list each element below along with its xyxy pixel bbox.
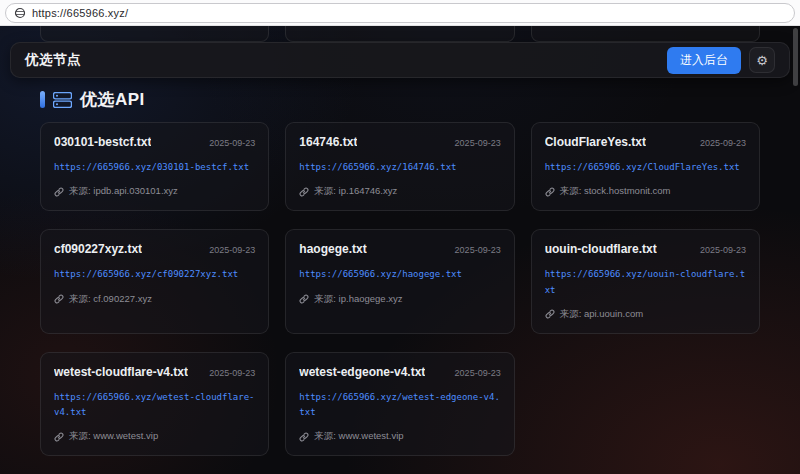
source-row: 来源: www.wetest.vip	[299, 430, 500, 443]
card-header: haogege.txt 2025-09-23	[299, 242, 500, 256]
source-text: 来源: www.wetest.vip	[69, 430, 158, 443]
source-text: 来源: www.wetest.vip	[314, 430, 403, 443]
source-value: ip.haogege.xyz	[339, 293, 403, 304]
source-value: cf.090227.xyz	[93, 293, 152, 304]
card-header: 164746.txt 2025-09-23	[299, 135, 500, 149]
server-stack-icon	[53, 92, 72, 108]
file-date: 2025-09-23	[455, 245, 501, 255]
card-grid: 030101-bestcf.txt 2025-09-23 https://665…	[40, 122, 760, 456]
section-heading: 优选API	[40, 88, 145, 111]
file-name: wetest-edgeone-v4.txt	[299, 365, 425, 379]
accent-bar	[40, 91, 45, 108]
file-url-link[interactable]: https://665966.xyz/uouin-cloudflare.txt	[545, 267, 746, 298]
file-name: 164746.txt	[299, 135, 357, 149]
link-icon	[299, 294, 309, 304]
link-icon	[54, 294, 64, 304]
file-url-link[interactable]: https://665966.xyz/164746.txt	[299, 160, 500, 175]
card-header: wetest-edgeone-v4.txt 2025-09-23	[299, 365, 500, 379]
file-card: uouin-cloudflare.txt 2025-09-23 https://…	[531, 229, 760, 334]
file-date: 2025-09-23	[455, 368, 501, 378]
url-text: https://665966.xyz/	[32, 7, 128, 19]
page-header: 优选节点 进入后台 ⚙	[10, 42, 790, 78]
link-icon	[54, 187, 64, 197]
file-url-link[interactable]: https://665966.xyz/CloudFlareYes.txt	[545, 160, 746, 175]
link-icon	[545, 309, 555, 319]
card-header: uouin-cloudflare.txt 2025-09-23	[545, 242, 746, 256]
url-bar[interactable]: https://665966.xyz/	[5, 3, 795, 23]
file-date: 2025-09-23	[209, 138, 255, 148]
file-url-link[interactable]: https://665966.xyz/wetest-cloudflare-v4.…	[54, 390, 255, 421]
file-card: wetest-cloudflare-v4.txt 2025-09-23 http…	[40, 352, 269, 457]
section-title: 优选API	[80, 88, 145, 111]
file-date: 2025-09-23	[455, 138, 501, 148]
link-icon	[545, 187, 555, 197]
link-icon	[54, 432, 64, 442]
header-actions: 进入后台 ⚙	[667, 47, 775, 74]
source-row: 来源: ipdb.api.030101.xyz	[54, 185, 255, 198]
file-name: cf090227xyz.txt	[54, 242, 142, 256]
source-text: 来源: api.uouin.com	[560, 308, 643, 321]
file-date: 2025-09-23	[700, 138, 746, 148]
cutoff-card	[40, 26, 269, 42]
source-value: ipdb.api.030101.xyz	[93, 185, 178, 196]
file-name: 030101-bestcf.txt	[54, 135, 151, 149]
source-label: 来源:	[314, 293, 338, 304]
source-label: 来源:	[560, 185, 584, 196]
source-label: 来源:	[69, 185, 93, 196]
scrollbar-thumb[interactable]	[793, 28, 798, 86]
cutoff-card-row	[40, 26, 760, 42]
cutoff-card	[531, 26, 760, 42]
card-header: cf090227xyz.txt 2025-09-23	[54, 242, 255, 256]
file-date: 2025-09-23	[209, 245, 255, 255]
card-header: CloudFlareYes.txt 2025-09-23	[545, 135, 746, 149]
browser-chrome: https://665966.xyz/	[0, 0, 800, 26]
source-text: 来源: stock.hostmonit.com	[560, 185, 671, 198]
file-card: cf090227xyz.txt 2025-09-23 https://66596…	[40, 229, 269, 334]
admin-button[interactable]: 进入后台	[667, 47, 741, 74]
file-url-link[interactable]: https://665966.xyz/haogege.txt	[299, 267, 500, 282]
source-value: www.wetest.vip	[93, 430, 158, 441]
page-background: 优选节点 进入后台 ⚙ 优选API 030101-bestcf.txt 2025…	[0, 26, 800, 474]
source-value: www.wetest.vip	[339, 430, 404, 441]
card-header: wetest-cloudflare-v4.txt 2025-09-23	[54, 365, 255, 379]
source-value: ip.164746.xyz	[339, 185, 398, 196]
file-name: CloudFlareYes.txt	[545, 135, 646, 149]
source-value: api.uouin.com	[584, 308, 643, 319]
source-value: stock.hostmonit.com	[584, 185, 671, 196]
file-url-link[interactable]: https://665966.xyz/wetest-edgeone-v4.txt	[299, 390, 500, 421]
source-text: 来源: cf.090227.xyz	[69, 293, 152, 306]
file-card: haogege.txt 2025-09-23 https://665966.xy…	[285, 229, 514, 334]
site-info-icon[interactable]	[14, 7, 26, 19]
file-card: 030101-bestcf.txt 2025-09-23 https://665…	[40, 122, 269, 211]
source-label: 来源:	[69, 293, 93, 304]
source-row: 来源: cf.090227.xyz	[54, 293, 255, 306]
file-name: uouin-cloudflare.txt	[545, 242, 657, 256]
file-name: haogege.txt	[299, 242, 366, 256]
source-row: 来源: ip.164746.xyz	[299, 185, 500, 198]
source-row: 来源: api.uouin.com	[545, 308, 746, 321]
gear-icon: ⚙	[756, 54, 768, 67]
source-text: 来源: ip.haogege.xyz	[314, 293, 402, 306]
file-card: 164746.txt 2025-09-23 https://665966.xyz…	[285, 122, 514, 211]
source-row: 来源: ip.haogege.xyz	[299, 293, 500, 306]
file-card: wetest-edgeone-v4.txt 2025-09-23 https:/…	[285, 352, 514, 457]
page-title: 优选节点	[25, 51, 81, 69]
link-icon	[299, 432, 309, 442]
card-header: 030101-bestcf.txt 2025-09-23	[54, 135, 255, 149]
file-date: 2025-09-23	[209, 368, 255, 378]
settings-button[interactable]: ⚙	[749, 47, 775, 73]
source-row: 来源: stock.hostmonit.com	[545, 185, 746, 198]
file-date: 2025-09-23	[700, 245, 746, 255]
link-icon	[299, 187, 309, 197]
source-label: 来源:	[314, 430, 338, 441]
file-url-link[interactable]: https://665966.xyz/cf090227xyz.txt	[54, 267, 255, 282]
source-text: 来源: ipdb.api.030101.xyz	[69, 185, 178, 198]
source-label: 来源:	[69, 430, 93, 441]
source-text: 来源: ip.164746.xyz	[314, 185, 397, 198]
source-row: 来源: www.wetest.vip	[54, 430, 255, 443]
file-url-link[interactable]: https://665966.xyz/030101-bestcf.txt	[54, 160, 255, 175]
source-label: 来源:	[560, 308, 584, 319]
file-card: CloudFlareYes.txt 2025-09-23 https://665…	[531, 122, 760, 211]
cutoff-card	[285, 26, 514, 42]
file-name: wetest-cloudflare-v4.txt	[54, 365, 188, 379]
